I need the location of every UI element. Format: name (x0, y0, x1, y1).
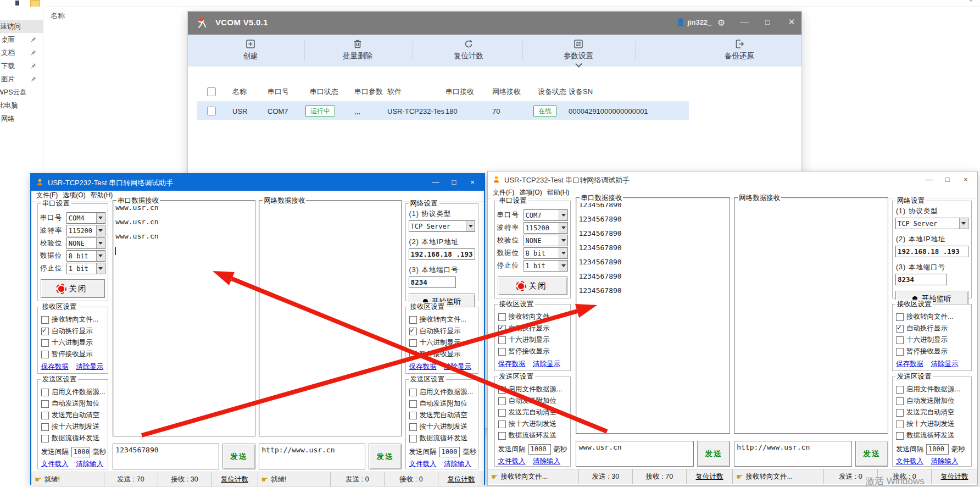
checkbox[interactable]: ✓ (409, 435, 417, 442)
checkbox-option[interactable]: ✓ 自动换行显示 (409, 325, 477, 337)
checkbox-option[interactable]: ✓ 发送完自动清空 (896, 407, 970, 418)
local-ip-input[interactable]: 192.168.18 .193 (409, 248, 476, 260)
net-send-input[interactable]: http://www.usr.cn (259, 444, 365, 469)
checkbox-option[interactable]: ✓ 数据流循环发送 (409, 433, 477, 444)
net-data-receive-box[interactable] (734, 197, 888, 434)
sidebar-item[interactable]: 桌面 (0, 33, 43, 46)
checkbox-option[interactable]: ✓ 接收转向文件... (896, 311, 970, 323)
dropdown-select[interactable]: 115200 (524, 222, 569, 234)
load-file-link[interactable]: 文件载入 (409, 460, 437, 468)
checkbox[interactable]: ✓ (409, 389, 417, 396)
sidebar-item[interactable]: 网络 (0, 112, 43, 125)
checkbox[interactable]: ✓ (41, 400, 49, 408)
reset-count-button[interactable]: 复位计数 (438, 472, 484, 486)
checkbox[interactable]: ✓ (41, 389, 49, 396)
chevron-down-icon[interactable] (96, 263, 105, 274)
checkbox-option[interactable]: ✓ 自动发送附加位 (41, 398, 106, 409)
dropdown-select[interactable]: NONE (524, 235, 569, 246)
net-data-receive-box[interactable] (259, 200, 402, 436)
dropdown-select[interactable]: COM7 (524, 209, 569, 221)
serial-send-input[interactable]: 1234567890 (113, 444, 219, 469)
checkbox-option[interactable]: ✓ 自动发送附加位 (409, 398, 477, 409)
checkbox-option[interactable]: ✓ 发送完自动清空 (409, 409, 477, 421)
load-file-link[interactable]: 文件载入 (498, 457, 526, 465)
checkbox[interactable]: ✓ (41, 412, 49, 419)
checkbox-option[interactable]: ✓ 自动发送附加位 (498, 395, 569, 407)
serial-data-receive-box[interactable]: www.usr.cnwww.usr.cnwww.usr.cn (113, 200, 255, 436)
checkbox[interactable]: ✓ (896, 313, 904, 321)
checkbox[interactable]: ✓ (896, 336, 904, 344)
chevron-down-icon[interactable] (96, 213, 105, 223)
checkbox[interactable]: ✓ (409, 351, 417, 358)
batch-delete-button[interactable]: 批量删除 (322, 38, 393, 61)
checkbox-option[interactable]: ✓ 接收转向文件... (409, 314, 477, 325)
checkbox[interactable]: ✓ (498, 420, 506, 428)
checkbox-option[interactable]: ✓ 自动换行显示 (896, 323, 970, 334)
chevron-down-icon[interactable] (96, 225, 105, 236)
checkbox-option[interactable]: ✓ 启用文件数据源... (41, 386, 106, 398)
checkbox-option[interactable]: ✓ 发送完自动清空 (498, 407, 569, 418)
checkbox[interactable]: ✓ (409, 316, 417, 324)
checkbox-option[interactable]: ✓ 数据流循环发送 (896, 430, 970, 441)
select-all-checkbox[interactable] (207, 87, 216, 96)
checkbox[interactable]: ✓ (896, 420, 904, 428)
dropdown-select[interactable]: 115200 (66, 225, 105, 236)
net-send-button[interactable]: 发送 (369, 444, 402, 469)
checkbox-option[interactable]: ✓ 按十六进制发送 (409, 421, 477, 433)
checkbox-option[interactable]: ✓ 十六进制显示 (896, 334, 970, 346)
clear-display-link[interactable]: 清除显示 (444, 363, 471, 370)
checkbox-option[interactable]: ✓ 自动换行显示 (41, 325, 106, 337)
checkbox-option[interactable]: ✓ 十六进制显示 (498, 334, 569, 346)
checkbox-option[interactable]: ✓ 数据流循环发送 (41, 433, 106, 444)
chevron-down-icon[interactable] (559, 210, 567, 220)
chevron-down-icon[interactable] (559, 248, 567, 258)
checkbox-option[interactable]: ✓ 暂停接收显示 (41, 348, 106, 360)
dropdown-select[interactable]: 1 bit (524, 260, 569, 272)
checkbox[interactable]: ✓ (409, 412, 417, 419)
checkbox-option[interactable]: ✓ 接收转向文件... (498, 311, 569, 323)
checkbox-option[interactable]: ✓ 按十六进制发送 (41, 421, 106, 433)
checkbox-option[interactable]: ✓ 数据流循环发送 (498, 430, 569, 441)
chevron-down-icon[interactable] (466, 221, 475, 231)
checkbox[interactable]: ✓ (896, 325, 904, 333)
chevron-down-icon[interactable] (559, 235, 567, 246)
checkbox[interactable]: ✓ (498, 325, 506, 333)
checkbox[interactable]: ✓ (498, 348, 506, 356)
sidebar-item[interactable]: 文档 (0, 46, 43, 59)
checkbox[interactable]: ✓ (41, 316, 49, 324)
checkbox[interactable]: ✓ (498, 313, 506, 321)
checkbox-option[interactable]: ✓ 暂停接收显示 (896, 346, 970, 357)
protocol-select[interactable]: TCP Server (895, 218, 968, 229)
checkbox[interactable]: ✓ (41, 435, 49, 442)
checkbox-option[interactable]: ✓ 发送完自动清空 (41, 409, 106, 421)
checkbox[interactable]: ✓ (896, 348, 904, 356)
sidebar-item[interactable]: 快速访问 (0, 20, 43, 33)
reset-count-button[interactable]: 复位计数 (433, 38, 504, 61)
checkbox[interactable]: ✓ (498, 409, 506, 417)
user-account[interactable]: 👤jin322_ (676, 18, 711, 26)
net-send-button[interactable]: 发送 (855, 441, 888, 467)
chevron-down-icon[interactable] (959, 218, 968, 229)
checkbox-option[interactable]: ✓ 暂停接收显示 (409, 348, 477, 360)
checkbox[interactable]: ✓ (41, 339, 49, 347)
send-interval-input[interactable]: 1000 (926, 444, 949, 455)
checkbox-option[interactable]: ✓ 启用文件数据源... (896, 384, 970, 395)
chevron-down-icon[interactable] (559, 261, 567, 271)
sidebar-item[interactable]: 下载 (0, 59, 43, 73)
sidebar-item[interactable]: WPS云盘 (0, 86, 43, 99)
table-row[interactable]: USR COM7 运行中 ,,, USR-TCP232-Tes 180 70 在… (197, 102, 689, 120)
backup-restore-button[interactable]: 备份还原 (704, 38, 775, 61)
clear-input-link[interactable]: 清除输入 (76, 460, 103, 468)
checkbox-option[interactable]: ✓ 暂停接收显示 (498, 346, 569, 357)
local-ip-input[interactable]: 192.168.18 .193 (895, 246, 968, 257)
checkbox-option[interactable]: ✓ 启用文件数据源... (409, 386, 477, 398)
save-data-link[interactable]: 保存数据 (896, 360, 923, 368)
chevron-up-icon[interactable]: ⌃ (968, 0, 973, 6)
reset-count-button[interactable]: 复位计数 (686, 469, 732, 484)
checkbox[interactable]: ✓ (409, 400, 417, 408)
send-interval-input[interactable]: 1000 (71, 447, 90, 457)
sidebar-item[interactable]: 此电脑 (0, 99, 43, 112)
serial-close-button[interactable]: 关闭 (498, 276, 568, 295)
chevron-down-icon[interactable] (559, 223, 567, 233)
checkbox[interactable]: ✓ (409, 328, 417, 335)
